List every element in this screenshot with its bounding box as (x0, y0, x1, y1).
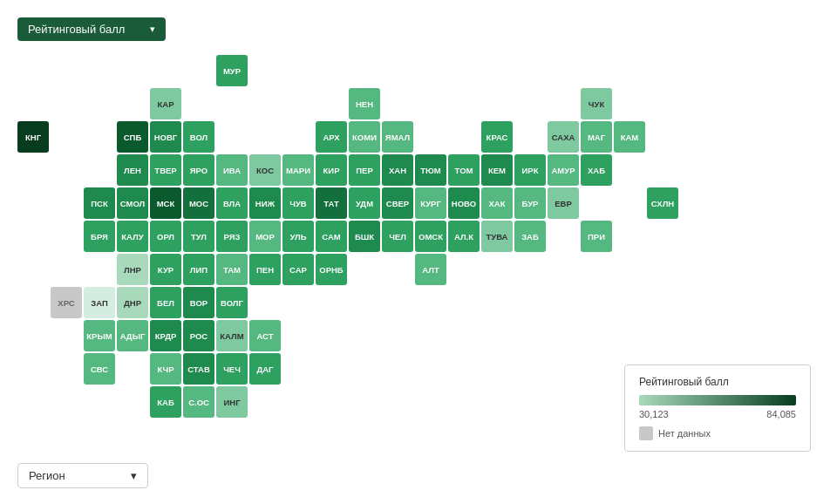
map-cell-КАЛМ[interactable]: КАЛМ (216, 320, 248, 351)
map-cell-АДЫГ[interactable]: АДЫГ (117, 320, 148, 351)
map-cell-СТАВ[interactable]: СТАВ (183, 353, 214, 385)
map-cell-ЛИП[interactable]: ЛИП (183, 254, 214, 285)
map-cell-ТАТ[interactable]: ТАТ (316, 187, 347, 219)
map-cell-ВОЛ[interactable]: ВОЛ (183, 121, 214, 153)
rating-dropdown[interactable]: Рейтинговый балл ▾ (17, 17, 166, 41)
map-cell-СВС[interactable]: СВС (84, 353, 115, 385)
map-cell-ДНР[interactable]: ДНР (117, 287, 148, 318)
map-cell-ХАБ[interactable]: ХАБ (581, 154, 612, 186)
map-cell-ВОР[interactable]: ВОР (183, 287, 214, 318)
map-cell-КАР[interactable]: КАР (150, 88, 181, 119)
map-cell-ВОЛГ[interactable]: ВОЛГ (216, 287, 248, 318)
map-cell-ИРК[interactable]: ИРК (514, 154, 546, 186)
map-cell-ПСК[interactable]: ПСК (84, 187, 115, 219)
map-cell-БШК[interactable]: БШК (349, 221, 380, 252)
map-cell-empty (415, 55, 446, 86)
map-cell-КАБ[interactable]: КАБ (150, 386, 181, 418)
map-cell-С.ОС[interactable]: С.ОС (183, 386, 214, 418)
map-cell-empty (17, 320, 49, 351)
map-cell-НОВГ[interactable]: НОВГ (150, 121, 181, 153)
map-cell-empty (448, 254, 480, 285)
map-cell-empty (382, 320, 413, 351)
map-cell-НЕН[interactable]: НЕН (349, 88, 380, 119)
map-cell-ТУЛ[interactable]: ТУЛ (183, 221, 214, 252)
map-cell-ТАМ[interactable]: ТАМ (216, 254, 248, 285)
map-cell-ЛЕН[interactable]: ЛЕН (117, 154, 148, 186)
map-cell-ЧУК[interactable]: ЧУК (581, 88, 612, 119)
map-cell-БЕЛ[interactable]: БЕЛ (150, 287, 181, 318)
map-cell-ВЛА[interactable]: ВЛА (216, 187, 248, 219)
map-cell-ОРЛ[interactable]: ОРЛ (150, 221, 181, 252)
map-cell-МОР[interactable]: МОР (249, 221, 281, 252)
map-cell-СВЕР[interactable]: СВЕР (382, 187, 413, 219)
map-cell-empty (415, 88, 446, 119)
map-cell-УЛЬ[interactable]: УЛЬ (282, 221, 314, 252)
map-cell-ДАГ[interactable]: ДАГ (249, 353, 281, 385)
map-cell-КОС[interactable]: КОС (249, 154, 281, 186)
map-cell-МОС[interactable]: МОС (183, 187, 214, 219)
map-cell-СПБ[interactable]: СПБ (117, 121, 148, 153)
map-cell-КУР[interactable]: КУР (150, 254, 181, 285)
map-cell-МСК[interactable]: МСК (150, 187, 181, 219)
map-cell-БРЯ[interactable]: БРЯ (84, 221, 115, 252)
map-cell-НИЖ[interactable]: НИЖ (249, 187, 281, 219)
map-cell-ХАК[interactable]: ХАК (481, 187, 513, 219)
map-cell-ЧУВ[interactable]: ЧУВ (282, 187, 314, 219)
map-cell-РОС[interactable]: РОС (183, 320, 214, 351)
map-cell-САР[interactable]: САР (282, 254, 314, 285)
map-cell-САХА[interactable]: САХА (548, 121, 579, 153)
map-cell-МАРИ[interactable]: МАРИ (282, 154, 314, 186)
map-cell-АМУР[interactable]: АМУР (548, 154, 579, 186)
map-cell-КАМ[interactable]: КАМ (614, 121, 645, 153)
map-cell-ЧЕЧ[interactable]: ЧЕЧ (216, 353, 248, 385)
map-cell-МАГ[interactable]: МАГ (581, 121, 612, 153)
map-cell-ОМСК[interactable]: ОМСК (415, 221, 446, 252)
map-cell-empty (349, 55, 380, 86)
map-cell-КУРГ[interactable]: КУРГ (415, 187, 446, 219)
map-cell-ЯМАЛ[interactable]: ЯМАЛ (382, 121, 413, 153)
map-cell-ЗАБ[interactable]: ЗАБ (514, 221, 546, 252)
map-cell-САМ[interactable]: САМ (316, 221, 347, 252)
map-cell-НОВО[interactable]: НОВО (448, 187, 480, 219)
map-cell-ТЮМ[interactable]: ТЮМ (415, 154, 446, 186)
map-cell-ЧЕЛ[interactable]: ЧЕЛ (382, 221, 413, 252)
map-cell-ЕВР[interactable]: ЕВР (548, 187, 579, 219)
map-cell-КЕМ[interactable]: КЕМ (481, 154, 513, 186)
map-cell-УДМ[interactable]: УДМ (349, 187, 380, 219)
map-cell-СМОЛ[interactable]: СМОЛ (117, 187, 148, 219)
map-cell-ИНГ[interactable]: ИНГ (216, 386, 248, 418)
map-cell-КНГ[interactable]: КНГ (17, 121, 49, 153)
map-cell-ПЕН[interactable]: ПЕН (249, 254, 281, 285)
map-cell-БУР[interactable]: БУР (514, 187, 546, 219)
map-cell-ПЕР[interactable]: ПЕР (349, 154, 380, 186)
map-cell-ТУВА[interactable]: ТУВА (481, 221, 513, 252)
map-cell-ХРС[interactable]: ХРС (51, 287, 82, 318)
map-cell-КЧР[interactable]: КЧР (150, 353, 181, 385)
map-cell-empty (581, 320, 612, 351)
map-cell-ТВЕР[interactable]: ТВЕР (150, 154, 181, 186)
map-cell-КОМИ[interactable]: КОМИ (349, 121, 380, 153)
map-cell-КРЫМ[interactable]: КРЫМ (84, 320, 115, 351)
map-cell-АСТ[interactable]: АСТ (249, 320, 281, 351)
map-cell-ОРНБ[interactable]: ОРНБ (316, 254, 347, 285)
map-cell-КРДР[interactable]: КРДР (150, 320, 181, 351)
map-cell-ЯРО[interactable]: ЯРО (183, 154, 214, 186)
map-cell-СХЛН[interactable]: СХЛН (647, 187, 678, 219)
map-cell-ПРИ[interactable]: ПРИ (581, 221, 612, 252)
map-cell-КРАС[interactable]: КРАС (481, 121, 513, 153)
map-cell-ТОМ[interactable]: ТОМ (448, 154, 480, 186)
map-cell-empty (415, 121, 446, 153)
map-cell-empty (581, 386, 612, 418)
map-cell-КАЛУ[interactable]: КАЛУ (117, 221, 148, 252)
map-cell-КИР[interactable]: КИР (316, 154, 347, 186)
map-cell-ИВА[interactable]: ИВА (216, 154, 248, 186)
map-cell-ЛНР[interactable]: ЛНР (117, 254, 148, 285)
map-cell-АРХ[interactable]: АРХ (316, 121, 347, 153)
region-dropdown[interactable]: Регион ▾ (17, 463, 148, 488)
map-cell-ХАН[interactable]: ХАН (382, 154, 413, 186)
map-cell-МУР[interactable]: МУР (216, 55, 248, 86)
map-cell-РЯЗ[interactable]: РЯЗ (216, 221, 248, 252)
map-cell-ЗАП[interactable]: ЗАП (84, 287, 115, 318)
map-cell-АЛТ[interactable]: АЛТ (415, 254, 446, 285)
map-cell-АЛ.К[interactable]: АЛ.К (448, 221, 480, 252)
